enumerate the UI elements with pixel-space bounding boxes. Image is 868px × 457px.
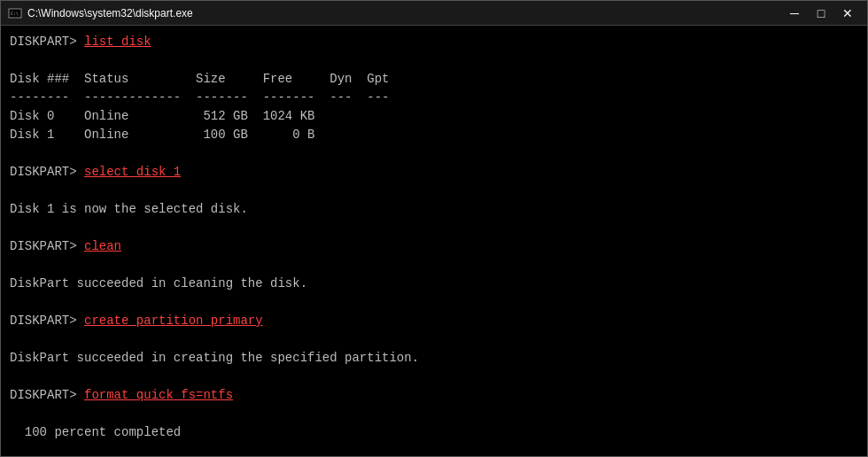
terminal-line <box>10 293 858 312</box>
terminal-line: Disk 0 Online 512 GB 1024 KB <box>10 107 858 126</box>
diskpart-command: create partition primary <box>84 314 263 328</box>
terminal-line: DISKPART> format quick fs=ntfs <box>10 386 858 405</box>
terminal-line: DiskPart succeeded in creating the speci… <box>10 349 858 368</box>
terminal-line <box>10 442 858 456</box>
terminal-line: 100 percent completed <box>10 423 858 442</box>
minimize-button[interactable]: ─ <box>782 4 807 22</box>
terminal-line <box>10 51 858 70</box>
terminal-line <box>10 330 858 349</box>
svg-text:C:\: C:\ <box>11 11 19 16</box>
terminal-line: DISKPART> clean <box>10 237 858 256</box>
terminal-line: DiskPart succeeded in cleaning the disk. <box>10 275 858 293</box>
title-bar: C:\ C:\Windows\system32\diskpart.exe ─ □… <box>1 1 867 26</box>
terminal-output[interactable]: DISKPART> list disk Disk ### Status Size… <box>1 26 867 456</box>
diskpart-prompt: DISKPART> <box>10 35 84 49</box>
window: C:\ C:\Windows\system32\diskpart.exe ─ □… <box>0 0 868 457</box>
terminal-line: DISKPART> create partition primary <box>10 312 858 330</box>
terminal-line <box>10 405 858 423</box>
terminal-line <box>10 219 858 237</box>
title-bar-left: C:\ C:\Windows\system32\diskpart.exe <box>8 6 193 20</box>
app-icon: C:\ <box>8 6 22 20</box>
terminal-line <box>10 368 858 386</box>
diskpart-prompt: DISKPART> <box>10 314 84 328</box>
window-title: C:\Windows\system32\diskpart.exe <box>27 7 193 19</box>
terminal-line: Disk ### Status Size Free Dyn Gpt <box>10 70 858 89</box>
diskpart-prompt: DISKPART> <box>10 165 84 179</box>
terminal-line <box>10 144 858 163</box>
close-button[interactable]: ✕ <box>835 4 860 22</box>
diskpart-prompt: DISKPART> <box>10 239 84 253</box>
diskpart-command: list disk <box>84 35 151 49</box>
terminal-line: DISKPART> list disk <box>10 33 858 51</box>
terminal-line: DISKPART> select disk 1 <box>10 163 858 182</box>
diskpart-command: select disk 1 <box>84 165 181 179</box>
diskpart-prompt: DISKPART> <box>10 388 84 402</box>
terminal-line: Disk 1 Online 100 GB 0 B <box>10 126 858 144</box>
diskpart-command: format quick fs=ntfs <box>84 388 233 402</box>
maximize-button[interactable]: □ <box>809 4 833 22</box>
diskpart-command: clean <box>84 239 121 253</box>
terminal-line <box>10 256 858 275</box>
terminal-line: -------- ------------- ------- ------- -… <box>10 89 858 107</box>
terminal-line <box>10 182 858 200</box>
terminal-line: Disk 1 is now the selected disk. <box>10 200 858 219</box>
title-bar-controls: ─ □ ✕ <box>782 4 860 22</box>
